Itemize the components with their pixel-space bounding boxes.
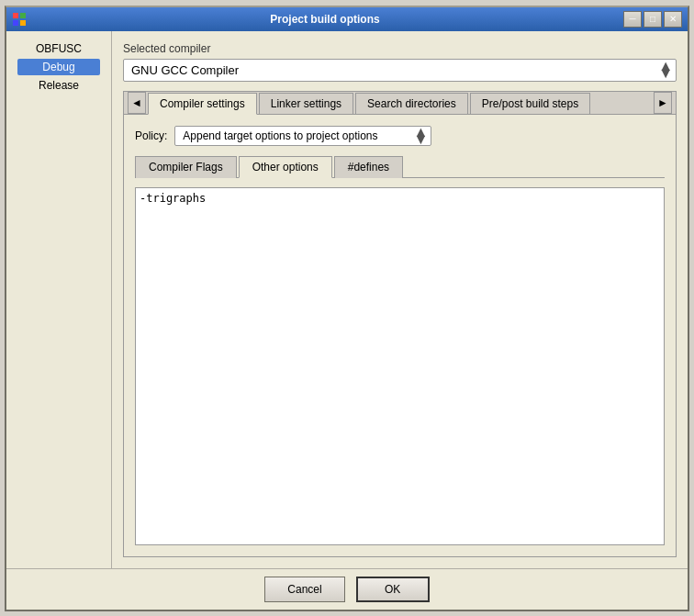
- options-text-content: -trigraphs: [140, 192, 660, 205]
- inner-tab-compiler-flags[interactable]: Compiler Flags: [135, 156, 237, 178]
- sidebar: OBFUSC Debug Release: [6, 31, 112, 568]
- sidebar-item-release[interactable]: Release: [17, 77, 100, 94]
- close-button[interactable]: ✕: [664, 11, 682, 28]
- selected-compiler-section: Selected compiler GNU GCC Compiler ▲ ▼: [123, 42, 677, 82]
- tab-linker-settings[interactable]: Linker settings: [259, 93, 353, 114]
- title-bar: Project build options ─ □ ✕: [6, 7, 688, 31]
- outer-tabs-header: ◄ Compiler settings Linker settings Sear…: [124, 92, 676, 115]
- bottom-bar: Cancel OK: [6, 568, 688, 610]
- svg-rect-1: [20, 13, 26, 18]
- policy-row: Policy: Append target options to project…: [135, 126, 665, 146]
- inner-tabs-header: Compiler Flags Other options #defines: [135, 155, 665, 178]
- tab-nav-left-button[interactable]: ◄: [128, 92, 146, 114]
- tabs-body: Policy: Append target options to project…: [124, 115, 676, 556]
- main-content: Selected compiler GNU GCC Compiler ▲ ▼ ◄…: [112, 31, 688, 568]
- tab-nav-right-button[interactable]: ►: [654, 92, 672, 114]
- cancel-button[interactable]: Cancel: [264, 577, 344, 602]
- svg-rect-2: [13, 20, 18, 26]
- outer-tabs-container: ◄ Compiler settings Linker settings Sear…: [123, 91, 677, 557]
- ok-button[interactable]: OK: [356, 577, 430, 602]
- sidebar-item-debug[interactable]: Debug: [17, 59, 100, 75]
- main-window: Project build options ─ □ ✕ OBFUSC Debug…: [5, 6, 689, 611]
- selected-compiler-label: Selected compiler: [123, 42, 677, 55]
- window-body: OBFUSC Debug Release Selected compiler G…: [6, 31, 688, 568]
- options-text-area[interactable]: -trigraphs: [135, 187, 665, 545]
- svg-rect-3: [20, 20, 26, 26]
- window-controls: ─ □ ✕: [623, 11, 682, 28]
- policy-select-wrapper: Append target options to project options…: [174, 126, 431, 146]
- maximize-button[interactable]: □: [644, 11, 662, 28]
- sidebar-item-obfusc[interactable]: OBFUSC: [17, 40, 100, 57]
- policy-select[interactable]: Append target options to project options: [174, 126, 431, 146]
- tab-compiler-settings[interactable]: Compiler settings: [148, 93, 257, 115]
- tab-search-directories[interactable]: Search directories: [355, 93, 468, 114]
- policy-label: Policy:: [135, 129, 167, 142]
- window-title: Project build options: [27, 13, 623, 26]
- compiler-select[interactable]: GNU GCC Compiler: [123, 59, 677, 82]
- compiler-select-wrapper: GNU GCC Compiler ▲ ▼: [123, 59, 677, 82]
- minimize-button[interactable]: ─: [623, 11, 642, 28]
- app-icon: [12, 12, 27, 27]
- tab-pre-post-build[interactable]: Pre/post build steps: [470, 93, 590, 114]
- inner-tab-other-options[interactable]: Other options: [239, 156, 332, 178]
- inner-tab-defines[interactable]: #defines: [334, 156, 403, 178]
- svg-rect-0: [13, 13, 18, 18]
